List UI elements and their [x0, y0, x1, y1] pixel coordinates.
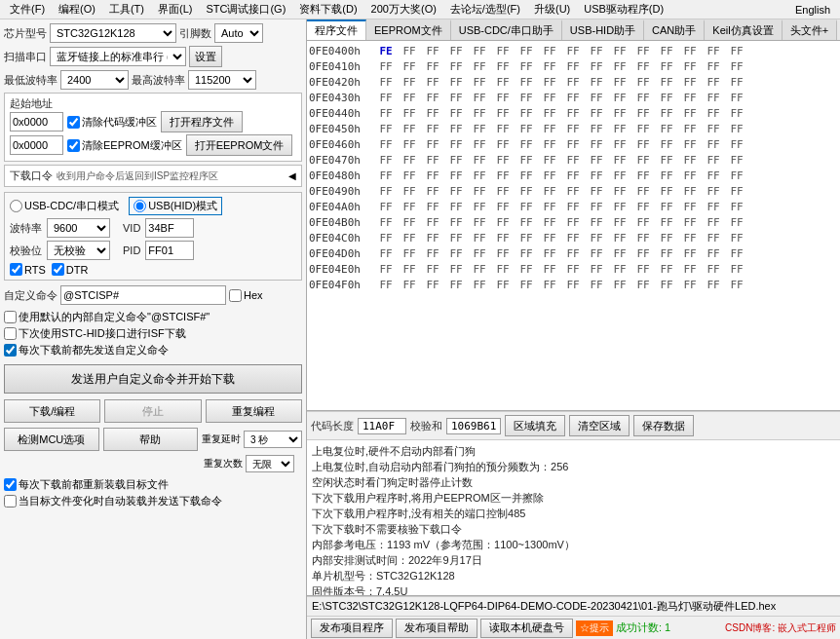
- hex-byte[interactable]: FF: [470, 154, 489, 167]
- hex-byte[interactable]: FF: [680, 76, 700, 89]
- hex-byte[interactable]: FF: [704, 185, 723, 198]
- hex-byte[interactable]: FF: [563, 279, 583, 291]
- hex-byte[interactable]: FF: [540, 232, 559, 244]
- check3-checkbox[interactable]: [4, 344, 17, 357]
- prog-button[interactable]: 下载/编程: [4, 399, 100, 423]
- hex-byte[interactable]: FF: [470, 169, 489, 182]
- tab-keil[interactable]: Keil仿真设置: [705, 19, 782, 40]
- hex-byte[interactable]: FF: [376, 232, 396, 244]
- tab-usb-hid[interactable]: USB-HID助手: [562, 19, 644, 40]
- hex-byte[interactable]: FF: [493, 169, 513, 182]
- hex-byte[interactable]: FF: [704, 123, 723, 135]
- check1-checkbox[interactable]: [4, 311, 17, 323]
- hex-byte[interactable]: FF: [376, 138, 396, 151]
- hex-byte[interactable]: FF: [727, 279, 746, 291]
- hex-byte[interactable]: FF: [587, 138, 606, 151]
- tab-header[interactable]: 头文件+: [783, 19, 837, 40]
- hex-byte[interactable]: FF: [610, 169, 630, 182]
- baud-rate-select[interactable]: 9600: [47, 218, 110, 238]
- hex-check-label[interactable]: Hex: [229, 289, 263, 302]
- hex-byte[interactable]: FF: [657, 60, 676, 73]
- clear-area-button[interactable]: 清空区域: [569, 415, 630, 436]
- hex-byte[interactable]: FF: [680, 247, 700, 260]
- hex-byte[interactable]: FF: [446, 279, 466, 291]
- hex-byte[interactable]: FF: [493, 76, 513, 89]
- hex-byte[interactable]: FF: [680, 279, 700, 291]
- hex-byte[interactable]: FF: [376, 201, 396, 213]
- hex-byte[interactable]: FF: [446, 154, 466, 167]
- hex-byte[interactable]: FF: [470, 76, 489, 89]
- hex-byte[interactable]: FF: [563, 92, 583, 104]
- usb-cdc-mode-label[interactable]: USB-CDC/串口模式: [10, 199, 119, 213]
- hex-byte[interactable]: FF: [587, 169, 606, 182]
- hex-byte[interactable]: FF: [563, 216, 583, 229]
- hex-byte[interactable]: FF: [446, 185, 466, 198]
- tab-can[interactable]: CAN助手: [644, 19, 705, 40]
- hex-byte[interactable]: FF: [704, 232, 723, 244]
- hex-byte[interactable]: FF: [376, 92, 396, 104]
- hex-byte[interactable]: FF: [727, 107, 746, 120]
- vid-input[interactable]: [145, 218, 194, 238]
- menu-upgrade[interactable]: 升级(U): [528, 1, 576, 18]
- freq-select[interactable]: Auto: [214, 23, 263, 43]
- hex-byte[interactable]: FF: [657, 45, 676, 57]
- hex-byte[interactable]: FF: [704, 169, 723, 182]
- menu-usb-driver[interactable]: USB驱动程序(D): [578, 1, 669, 18]
- hex-byte[interactable]: FF: [516, 45, 536, 57]
- hex-byte[interactable]: FF: [727, 263, 746, 276]
- menu-forum[interactable]: 去论坛/选型(F): [444, 1, 526, 18]
- hex-byte[interactable]: FF: [610, 60, 630, 73]
- hex-byte[interactable]: FF: [516, 154, 536, 167]
- hex-byte[interactable]: FF: [446, 201, 466, 213]
- hex-byte[interactable]: FF: [633, 185, 653, 198]
- hex-byte[interactable]: FF: [587, 92, 606, 104]
- hex-byte[interactable]: FF: [633, 263, 653, 276]
- hex-byte[interactable]: FF: [423, 92, 442, 104]
- help-button[interactable]: 帮助: [103, 428, 199, 451]
- hex-byte[interactable]: FF: [376, 60, 396, 73]
- hex-byte[interactable]: FF: [423, 60, 442, 73]
- menu-ui[interactable]: 界面(L): [152, 1, 198, 18]
- hex-byte[interactable]: FF: [493, 45, 513, 57]
- hex-byte[interactable]: FF: [727, 76, 746, 89]
- hex-byte[interactable]: FF: [516, 76, 536, 89]
- hex-byte[interactable]: FF: [657, 201, 676, 213]
- hex-byte[interactable]: FF: [423, 138, 442, 151]
- hex-byte[interactable]: FF: [423, 279, 442, 291]
- hex-byte[interactable]: FF: [657, 263, 676, 276]
- hex-byte[interactable]: FF: [540, 60, 559, 73]
- chip-select[interactable]: STC32G12K128: [50, 23, 176, 43]
- hex-byte[interactable]: FF: [563, 201, 583, 213]
- hex-byte[interactable]: FF: [493, 107, 513, 120]
- hex-byte[interactable]: FF: [400, 123, 419, 135]
- hex-byte[interactable]: FF: [610, 279, 630, 291]
- hex-byte[interactable]: FF: [587, 107, 606, 120]
- hex-byte[interactable]: FF: [657, 76, 676, 89]
- hex-byte[interactable]: FF: [376, 123, 396, 135]
- hex-byte[interactable]: FF: [727, 201, 746, 213]
- hex-byte[interactable]: FF: [446, 60, 466, 73]
- hex-byte[interactable]: FF: [587, 263, 606, 276]
- hex-byte[interactable]: FF: [610, 185, 630, 198]
- hex-byte[interactable]: FF: [540, 45, 559, 57]
- hex-byte[interactable]: FF: [516, 279, 536, 291]
- auto-load-checkbox[interactable]: [4, 495, 17, 507]
- hex-byte[interactable]: FF: [657, 247, 676, 260]
- hex-byte[interactable]: FF: [446, 107, 466, 120]
- hex-byte[interactable]: FF: [516, 247, 536, 260]
- hex-byte[interactable]: FE: [376, 45, 396, 57]
- hex-byte[interactable]: FF: [376, 279, 396, 291]
- hex-byte[interactable]: FF: [587, 232, 606, 244]
- cmd-input[interactable]: [60, 285, 226, 305]
- hex-byte[interactable]: FF: [680, 232, 700, 244]
- hex-byte[interactable]: FF: [540, 123, 559, 135]
- hex-byte[interactable]: FF: [423, 76, 442, 89]
- hex-byte[interactable]: FF: [540, 76, 559, 89]
- usb-hid-radio[interactable]: [134, 200, 146, 212]
- hex-byte[interactable]: FF: [400, 138, 419, 151]
- hex-byte[interactable]: FF: [540, 169, 559, 182]
- hex-byte[interactable]: FF: [423, 185, 442, 198]
- hex-byte[interactable]: FF: [540, 247, 559, 260]
- hex-byte[interactable]: FF: [563, 123, 583, 135]
- save-data-button[interactable]: 保存数据: [633, 415, 694, 436]
